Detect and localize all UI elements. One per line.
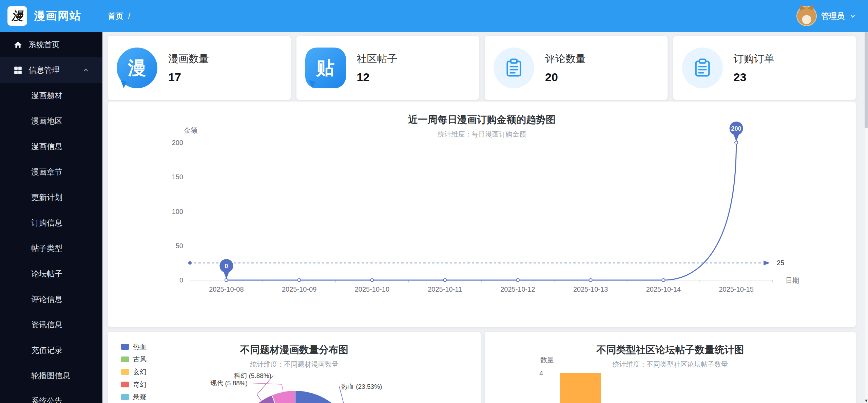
chevron-down-icon [849,12,856,20]
sidebar-item-0[interactable]: 漫画题材 [0,83,102,108]
stat-value: 12 [357,71,398,84]
stat-value: 23 [734,71,774,84]
chevron-up-icon [82,67,90,74]
sidebar-group-label: 信息管理 [28,65,60,75]
breadcrumb[interactable]: 首页 / [108,0,130,32]
app-logo: 漫 [7,6,27,26]
stat-value: 20 [545,71,586,84]
logo-glyph: 漫 [12,8,23,24]
user-name: 管理员 [821,11,845,21]
svg-text:0: 0 [179,276,183,284]
sidebar-item-7[interactable]: 论坛帖子 [0,261,102,287]
svg-text:4: 4 [539,369,543,377]
svg-text:2025-10-11: 2025-10-11 [428,286,462,293]
avatar [796,6,817,26]
stats-row: 漫漫画数量17贴社区帖子12评论数量20订购订单23 [108,36,856,100]
stat-card-1: 贴社区帖子12 [296,36,479,100]
stat-card-0: 漫漫画数量17 [108,36,291,100]
app-title: 漫画网站 [34,8,81,24]
sidebar-item-5[interactable]: 订购信息 [0,210,102,236]
breadcrumb-separator: / [128,12,130,21]
sidebar-item-2[interactable]: 漫画信息 [0,134,102,159]
trend-chart-title: 近一周每日漫画订购金额的趋势图 [108,113,856,127]
svg-text:科幻 (5.88%): 科幻 (5.88%) [234,372,271,379]
sidebar-item-6[interactable]: 帖子类型 [0,236,102,261]
legend-swatch [121,356,129,362]
sidebar: 系统首页 信息管理 漫画题材漫画地区漫画信息漫画章节更新计划订购信息帖子类型论坛… [0,32,102,403]
legend-label: 悬疑 [133,392,147,402]
sidebar-item-4[interactable]: 更新计划 [0,185,102,210]
stat-label: 漫画数量 [168,52,209,66]
breadcrumb-home[interactable]: 首页 [108,11,123,21]
svg-text:2025-10-10: 2025-10-10 [355,286,389,293]
legend-item-玄幻[interactable]: 玄幻 [121,368,147,376]
sidebar-item-10[interactable]: 充值记录 [0,337,102,363]
sidebar-item-label: 系统首页 [28,39,60,50]
svg-text:100: 100 [172,208,183,215]
svg-text:热血 (23.53%): 热血 (23.53%) [341,383,382,390]
legend-swatch [121,382,129,387]
svg-text:日期: 日期 [786,277,799,284]
app-root: 漫 漫画网站 首页 / 管理员 系统首页 [0,0,868,403]
svg-text:2025-10-12: 2025-10-12 [500,286,535,293]
legend-item-奇幻[interactable]: 奇幻 [121,380,147,388]
svg-text:现代 (5.88%): 现代 (5.88%) [210,380,248,387]
home-icon [14,40,22,49]
header: 漫 漫画网站 首页 / 管理员 [0,0,868,32]
stat-label: 社区帖子 [357,52,398,66]
icon-glyph: 漫 [128,56,146,80]
sidebar-group-info-mgmt[interactable]: 信息管理 [0,57,102,83]
legend-swatch [121,369,129,375]
scrollbar-thumb[interactable] [865,32,868,128]
trend-chart-card: 近一周每日漫画订购金额的趋势图 统计维度：每日漫画订购金额 0501001502… [108,102,856,327]
sidebar-item-9[interactable]: 资讯信息 [0,312,102,337]
legend-label: 热血 [133,342,147,351]
pie-chart-card: 不同题材漫画数量分布图 统计维度：不同题材漫画数量 热血古风玄幻奇幻悬疑 科幻 … [108,332,481,403]
svg-text:2025-10-15: 2025-10-15 [719,286,753,293]
user-menu[interactable]: 管理员 [796,0,856,32]
comic-bubble-icon: 漫 [117,48,157,88]
sidebar-item-3[interactable]: 漫画章节 [0,159,102,185]
svg-text:150: 150 [172,173,183,181]
pie-chart-subtitle: 统计维度：不同题材漫画数量 [108,360,481,369]
bar-chart-title: 不同类型社区论坛帖子数量统计图 [485,343,856,357]
svg-text:2025-10-09: 2025-10-09 [282,286,316,293]
stat-label: 评论数量 [545,52,586,66]
order-clipboard-icon [682,48,723,88]
sidebar-item-12[interactable]: 系统公告 [0,388,102,403]
sidebar-item-8[interactable]: 评论信息 [0,287,102,312]
stat-label: 订购订单 [734,52,774,66]
svg-text:200: 200 [172,139,183,146]
svg-text:2025-10-08: 2025-10-08 [209,286,244,293]
sidebar-item-11[interactable]: 轮播图信息 [0,363,102,388]
legend-item-悬疑[interactable]: 悬疑 [121,393,147,401]
svg-text:50: 50 [176,242,183,250]
svg-text:25: 25 [777,259,784,267]
legend-item-古风[interactable]: 古风 [121,355,147,363]
svg-text:2025-10-13: 2025-10-13 [573,286,608,293]
bar-chart-subtitle: 统计维度：不同类型社区论坛帖子数量 [485,360,856,369]
legend-label: 玄幻 [133,367,147,377]
scrollbar[interactable] [865,32,868,403]
legend-item-热血[interactable]: 热血 [121,343,147,351]
legend-label: 奇幻 [133,380,147,389]
pie-chart-title: 不同题材漫画数量分布图 [108,343,481,357]
legend-swatch [121,394,129,400]
icon-glyph: 贴 [316,56,335,80]
comment-clipboard-icon [494,48,534,88]
grid-icon [14,66,22,75]
stat-value: 17 [168,71,209,84]
sidebar-item-1[interactable]: 漫画地区 [0,108,102,134]
svg-text:0: 0 [225,263,228,270]
stat-card-2: 评论数量20 [485,36,668,100]
legend-label: 古风 [133,355,147,364]
svg-text:2025-10-14: 2025-10-14 [646,286,681,293]
post-bubble-icon: 贴 [305,48,346,88]
legend-swatch [121,344,129,350]
sidebar-item-home[interactable]: 系统首页 [0,32,102,57]
trend-chart-subtitle: 统计维度：每日漫画订购金额 [108,130,856,139]
scrollbar-down-arrow[interactable] [865,398,868,403]
sidebar-submenu: 漫画题材漫画地区漫画信息漫画章节更新计划订购信息帖子类型论坛帖子评论信息资讯信息… [0,83,102,403]
pie-legend: 热血古风玄幻奇幻悬疑 [121,343,147,403]
bar-chart-card: 不同类型社区论坛帖子数量统计图 统计维度：不同类型社区论坛帖子数量 数量4 [485,332,856,403]
